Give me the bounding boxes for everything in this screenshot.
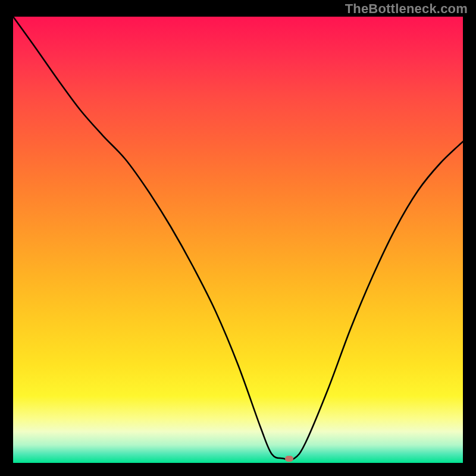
chart-frame: TheBottleneck.com <box>0 0 476 476</box>
optimal-point-marker <box>285 456 293 462</box>
plot-area <box>13 17 463 463</box>
watermark-text: TheBottleneck.com <box>345 1 468 17</box>
bottleneck-curve <box>13 17 463 463</box>
